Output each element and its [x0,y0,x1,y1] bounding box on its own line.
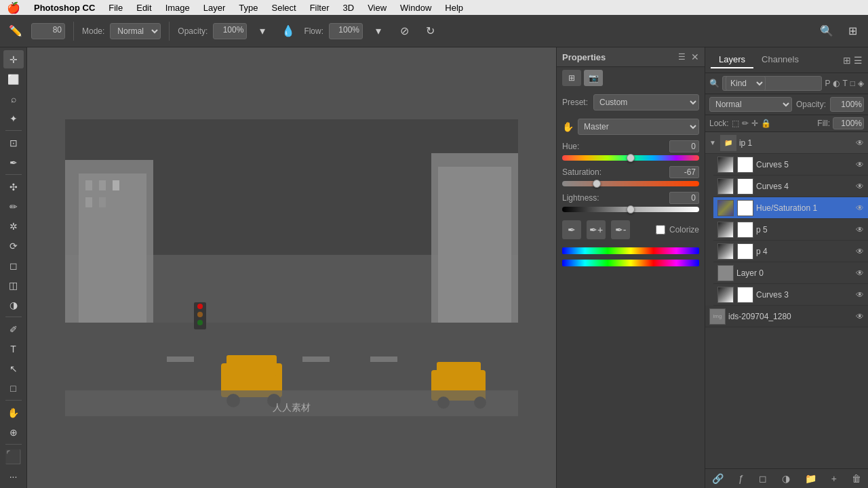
menu-window[interactable]: Window [393,3,438,13]
delete-layer-icon[interactable]: 🗑 [849,472,864,485]
layer-item-curves4[interactable]: Curves 4 👁 [713,176,868,197]
fill-value[interactable] [833,117,864,129]
add-layer-style-icon[interactable]: ƒ [736,472,747,485]
lock-transparent-icon[interactable]: ⬚ [732,119,739,128]
opacity-arrow-icon[interactable]: ▾ [252,21,273,41]
clone-tool[interactable]: ✲ [3,217,24,235]
gradient-tool[interactable]: ◫ [3,276,24,294]
curves5-visibility-icon[interactable]: 👁 [856,160,864,169]
flow-arrow-icon[interactable]: ▾ [368,21,389,41]
flow-input[interactable]: 100% [329,23,363,39]
history-tool[interactable]: ⟳ [3,237,24,255]
layer-group-ip1[interactable]: ▼ 📁 ip 1 👁 [705,132,868,154]
more-tools[interactable]: ··· [3,467,24,485]
saturation-slider-track[interactable] [562,181,699,186]
curves4-visibility-icon[interactable]: 👁 [856,182,864,191]
layer-item-layer0[interactable]: Layer 0 👁 [713,262,868,284]
filter-smart-icon[interactable]: ◈ [858,79,864,88]
menu-view[interactable]: View [361,3,393,13]
select-rect-tool[interactable]: ⬜ [3,70,24,88]
new-layer-icon[interactable]: + [829,472,840,485]
tab-channels[interactable]: Channels [753,52,807,68]
add-mask-icon[interactable]: ◻ [756,472,770,485]
zoom-tool[interactable]: ⊕ [3,423,24,441]
hue-slider-thumb[interactable] [627,154,635,162]
lightness-slider-track[interactable] [562,207,699,212]
eyedropper-tool[interactable]: ✒ [3,153,24,171]
layer-item-huesat1[interactable]: Hue/Saturation 1 👁 [713,197,868,219]
workspace-icon[interactable]: ⊞ [842,21,863,41]
huesat1-visibility-icon[interactable]: 👁 [856,203,864,213]
curves3-visibility-icon[interactable]: 👁 [856,290,864,300]
saturation-slider-thumb[interactable] [593,180,601,188]
lock-all-icon[interactable]: 🔒 [761,119,771,128]
layers-menu-icon[interactable]: ☰ [854,55,863,66]
lock-image-icon[interactable]: ✏ [742,119,749,128]
properties-menu-icon[interactable]: ☰ [678,52,686,62]
lightness-slider-thumb[interactable] [627,205,635,214]
menu-edit[interactable]: Edit [130,3,158,13]
erase-icon[interactable]: ⊘ [394,21,414,41]
menu-filter[interactable]: Filter [303,3,336,13]
layer0-visibility-icon[interactable]: 👁 [856,268,864,278]
eyedropper-plus-btn[interactable]: ✒+ [587,220,606,239]
filter-text-icon[interactable]: T [842,79,847,88]
shape-tool[interactable]: □ [3,379,24,397]
path-select-tool[interactable]: ↖ [3,359,24,378]
brush-tool-icon[interactable]: ✏️ [5,21,26,41]
menu-type[interactable]: Type [232,3,264,13]
eyedropper-tool-btn[interactable]: ✒ [562,220,581,239]
filename-visibility-icon[interactable]: 👁 [856,312,864,321]
layers-arrange-icon[interactable]: ⊞ [843,55,851,66]
layer-item-curves3[interactable]: Curves 3 👁 [713,284,868,306]
brush-tool[interactable]: ✏ [3,197,24,216]
menu-layer[interactable]: Layer [197,3,233,13]
menu-image[interactable]: Image [159,3,197,13]
colorize-checkbox[interactable] [656,225,665,235]
opacity-input[interactable]: 100% [213,23,247,39]
link-layers-icon[interactable]: 🔗 [709,472,726,485]
channel-select[interactable]: Master Reds Yellows Greens Cyans Blues M… [578,119,699,135]
opacity-value[interactable] [830,97,864,112]
brush-size-input[interactable]: 80 [31,23,65,39]
layer-item-curves5[interactable]: Curves 5 👁 [713,154,868,176]
spot-heal-tool[interactable]: ✣ [3,178,24,196]
group-visibility-icon[interactable]: 👁 [856,138,864,148]
new-adjustment-icon[interactable]: ◑ [779,472,793,485]
move-tool[interactable]: ✛ [3,50,24,68]
magic-wand-tool[interactable]: ✦ [3,109,24,127]
eraser-tool[interactable]: ◻ [3,256,24,274]
dodge-tool[interactable]: ◑ [3,296,24,314]
blend-mode-select[interactable]: Normal Multiply Screen Overlay [709,97,792,112]
tab-layers[interactable]: Layers [711,52,753,68]
hue-slider-track[interactable] [562,155,699,161]
filter-adj-icon[interactable]: ◐ [833,79,840,88]
smooth-icon[interactable]: ↻ [420,21,440,41]
saturation-value-input[interactable] [669,166,699,178]
layer-item-p5[interactable]: p 5 👁 [713,219,868,241]
search-icon[interactable]: 🔍 [816,21,837,41]
p4-visibility-icon[interactable]: 👁 [856,247,864,256]
menu-help[interactable]: Help [438,3,470,13]
filter-kind-select[interactable]: Kind Name Effect [726,76,766,91]
hue-value-input[interactable] [669,140,699,152]
lock-position-icon[interactable]: ✛ [751,119,758,128]
properties-close-button[interactable]: ✕ [691,52,699,62]
new-group-icon[interactable]: 📁 [802,472,819,485]
p5-visibility-icon[interactable]: 👁 [856,225,864,235]
lasso-tool[interactable]: ⌕ [3,89,24,108]
hue-sat-icon-tab[interactable]: ⊞ [562,70,581,86]
airbrush-icon[interactable]: 💧 [278,21,298,41]
apple-menu[interactable]: 🍎 [0,1,27,14]
layer-item-filename[interactable]: img ids-209704_1280 👁 [705,306,868,327]
menu-select[interactable]: Select [264,3,302,13]
menu-file[interactable]: File [102,3,130,13]
eyedropper-minus-btn[interactable]: ✒- [611,220,630,239]
camera-tab[interactable]: 📷 [584,70,603,86]
filter-shape-icon[interactable]: □ [850,79,855,88]
foreground-color[interactable]: ⬛ [3,447,24,466]
menu-3d[interactable]: 3D [336,3,361,13]
layer-item-p4[interactable]: p 4 👁 [713,241,868,262]
preset-select[interactable]: Custom Default [593,94,699,110]
channel-hand-icon[interactable]: ✋ [562,121,574,132]
